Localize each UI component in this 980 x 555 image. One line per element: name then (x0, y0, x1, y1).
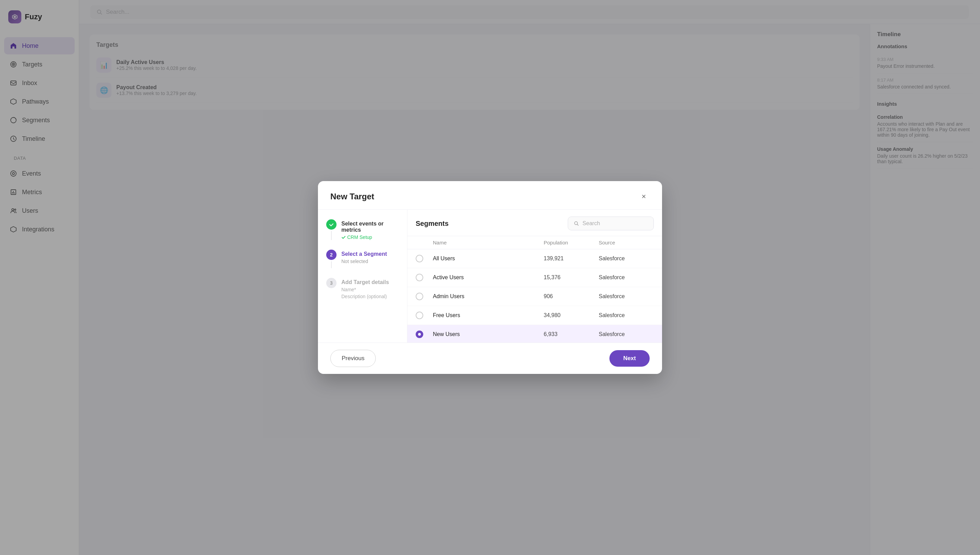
next-button[interactable]: Next (609, 350, 650, 367)
radio-active-users (416, 274, 423, 281)
step-2: 2 Select a Segment Not selected (326, 250, 399, 268)
modal-footer: Previous Next (318, 343, 662, 374)
segments-search-input[interactable] (583, 220, 648, 226)
radio-admin-users (416, 293, 423, 300)
cell-pop-new-users: 6,933 (544, 331, 599, 337)
table-header: Name Population Source (408, 236, 662, 249)
step-1-subtitle: CRM Setup (341, 234, 399, 240)
modal-title: New Target (330, 192, 374, 201)
cell-pop-all-users: 139,921 (544, 255, 599, 261)
previous-button[interactable]: Previous (330, 350, 376, 367)
segments-panel: Segments Name Population Source (408, 210, 662, 343)
step-3-desc: Description (optional) (341, 294, 399, 299)
step-3-name: Name* (341, 287, 399, 292)
cell-name-all-users: All Users (433, 255, 544, 261)
svg-line-20 (577, 225, 579, 226)
step-1-subtitle-text: CRM Setup (347, 234, 372, 240)
cell-src-admin-users: Salesforce (599, 294, 654, 300)
row-radio-admin-users (416, 293, 433, 300)
table-row[interactable]: New Users 6,933 Salesforce (408, 325, 662, 343)
segments-title: Segments (416, 220, 449, 228)
step-1: Select events or metrics CRM Setup (326, 219, 399, 240)
table-row[interactable]: All Users 139,921 Salesforce (408, 249, 662, 268)
radio-new-users (416, 330, 423, 338)
search-icon (574, 220, 579, 226)
step-3-content: Add Target details Name* Description (op… (341, 278, 399, 299)
radio-free-users (416, 311, 423, 319)
cell-pop-active-users: 15,376 (544, 274, 599, 281)
step-2-circle: 2 (326, 250, 337, 260)
close-icon: × (642, 192, 646, 201)
step-3: 3 Add Target details Name* Description (… (326, 278, 399, 299)
step-1-content: Select events or metrics CRM Setup (341, 219, 399, 240)
step-3-number: 3 (330, 280, 333, 286)
step-2-title: Select a Segment (341, 251, 399, 257)
table-row[interactable]: Active Users 15,376 Salesforce (408, 268, 662, 287)
col-population-header: Population (544, 240, 599, 245)
row-radio-all-users (416, 255, 433, 262)
row-radio-free-users (416, 311, 433, 319)
cell-src-new-users: Salesforce (599, 331, 654, 337)
cell-src-all-users: Salesforce (599, 255, 654, 261)
new-target-modal: New Target × Select events or m (318, 181, 662, 374)
modal-header: New Target × (318, 181, 662, 210)
step-1-indicator (326, 219, 337, 240)
col-name-header: Name (433, 240, 544, 245)
step-3-title: Add Target details (341, 279, 399, 286)
cell-pop-free-users: 34,980 (544, 312, 599, 318)
step-3-circle: 3 (326, 278, 337, 288)
cell-name-admin-users: Admin Users (433, 294, 544, 300)
row-radio-active-users (416, 274, 433, 281)
row-radio-new-users (416, 330, 433, 338)
modal-body: Select events or metrics CRM Setup 2 (318, 210, 662, 343)
col-source-header: Source (599, 240, 654, 245)
cell-src-free-users: Salesforce (599, 312, 654, 318)
table-row[interactable]: Free Users 34,980 Salesforce (408, 306, 662, 325)
segments-header: Segments (408, 210, 662, 236)
modal-close-button[interactable]: × (638, 191, 650, 202)
cell-name-active-users: Active Users (433, 274, 544, 281)
radio-all-users (416, 255, 423, 262)
cell-name-free-users: Free Users (433, 312, 544, 318)
step-2-number: 2 (330, 252, 333, 258)
step-1-line (331, 231, 332, 240)
modal-overlay: New Target × Select events or m (0, 0, 980, 555)
table-row[interactable]: Admin Users 906 Salesforce (408, 287, 662, 306)
cell-src-active-users: Salesforce (599, 274, 654, 281)
step-2-content: Select a Segment Not selected (341, 250, 399, 268)
step-1-circle (326, 219, 337, 229)
step-1-title: Select events or metrics (341, 221, 399, 233)
steps-panel: Select events or metrics CRM Setup 2 (318, 210, 408, 343)
col-radio-header (416, 240, 433, 245)
svg-point-19 (575, 222, 578, 225)
cell-name-new-users: New Users (433, 331, 544, 337)
step-3-indicator: 3 (326, 278, 337, 299)
step-2-line (331, 261, 332, 268)
segments-table: Name Population Source All Users 139,921… (408, 236, 662, 343)
cell-pop-admin-users: 906 (544, 294, 599, 300)
step-2-subtitle: Not selected (341, 258, 399, 264)
segments-search-container[interactable] (568, 217, 654, 230)
step-2-indicator: 2 (326, 250, 337, 268)
